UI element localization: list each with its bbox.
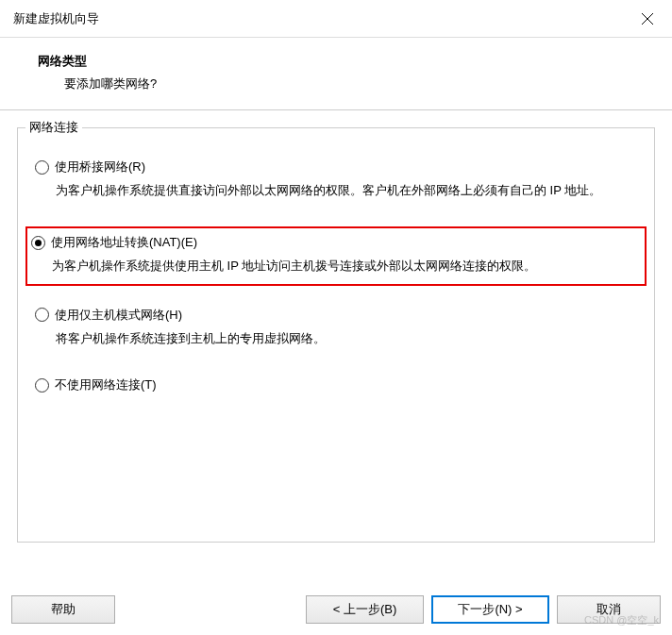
page-subtitle: 要添加哪类网络? [38,75,644,92]
window-title: 新建虚拟机向导 [13,10,99,27]
back-button[interactable]: < 上一步(B) [306,595,424,624]
next-button[interactable]: 下一步(N) > [431,595,549,624]
network-connection-fieldset: 网络连接 使用桥接网络(R) 为客户机操作系统提供直接访问外部以太网网络的权限。… [17,127,655,543]
page-title: 网络类型 [38,53,644,70]
option-label: 使用仅主机模式网络(H) [55,307,182,324]
option-label: 使用桥接网络(R) [55,159,145,175]
option-nat: 使用网络地址转换(NAT)(E) 为客户机操作系统提供使用主机 IP 地址访问主… [25,226,647,285]
help-button[interactable]: 帮助 [11,595,115,624]
close-button[interactable] [634,6,661,32]
fieldset-legend: 网络连接 [25,119,82,136]
radio-hostonly[interactable]: 使用仅主机模式网络(H) [35,307,637,324]
radio-icon [35,308,49,322]
radio-icon [31,236,45,250]
radio-bridged[interactable]: 使用桥接网络(R) [35,159,637,175]
spacer [123,595,298,624]
content-area: 网络连接 使用桥接网络(R) 为客户机操作系统提供直接访问外部以太网网络的权限。… [0,110,672,543]
option-bridged: 使用桥接网络(R) 为客户机操作系统提供直接访问外部以太网网络的权限。客户机在外… [31,157,641,202]
wizard-header: 网络类型 要添加哪类网络? [0,38,672,110]
radio-none[interactable]: 不使用网络连接(T) [35,376,637,393]
option-none: 不使用网络连接(T) [31,375,641,395]
option-description: 为客户机操作系统提供使用主机 IP 地址访问主机拨号连接或外部以太网网络连接的权… [31,256,641,276]
option-hostonly: 使用仅主机模式网络(H) 将客户机操作系统连接到主机上的专用虚拟网络。 [31,305,641,350]
radio-icon [35,160,49,175]
close-icon [641,12,654,25]
button-bar: 帮助 < 上一步(B) 下一步(N) > 取消 [0,595,672,624]
radio-nat[interactable]: 使用网络地址转换(NAT)(E) [31,234,641,251]
option-label: 不使用网络连接(T) [55,376,157,393]
cancel-button[interactable]: 取消 [557,595,661,624]
option-description: 为客户机操作系统提供直接访问外部以太网网络的权限。客户机在外部网络上必须有自己的… [35,180,637,200]
option-label: 使用网络地址转换(NAT)(E) [51,234,197,251]
titlebar: 新建虚拟机向导 [0,0,672,38]
option-description: 将客户机操作系统连接到主机上的专用虚拟网络。 [35,328,637,348]
radio-icon [35,378,49,393]
